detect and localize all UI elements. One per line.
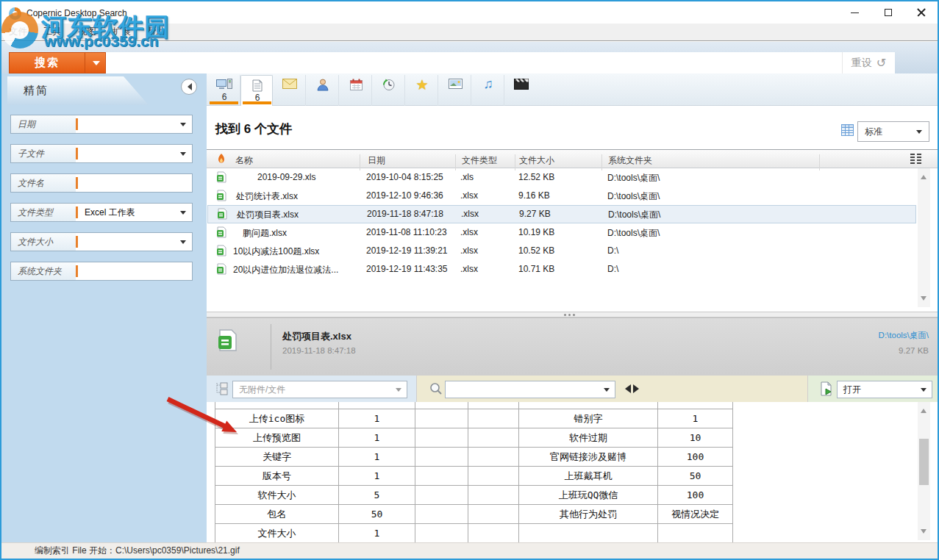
window-title: Copernic Desktop Search [26,8,127,18]
reset-button[interactable]: 重设 ↺ [842,52,895,73]
file-list-scrollbar[interactable] [918,168,930,307]
minimize-button[interactable] [838,1,871,24]
preview-content: 上传ico图标1错别字1 上传预览图1软件过期10 关键字1官网链接涉及赌博10… [207,402,938,542]
search-button[interactable]: 搜索 [9,52,106,73]
tab-videos[interactable] [505,75,538,106]
file-row[interactable]: 2019-09-29.xls2019-10-04 8:15:25 .xls12.… [207,168,938,187]
chevron-down-icon[interactable] [180,152,186,159]
tab-files[interactable]: 6 [208,75,240,106]
preview-scrollbar[interactable] [918,402,930,540]
close-button[interactable] [905,1,938,24]
chevron-down-icon[interactable] [180,211,186,218]
tab-favorites[interactable]: ★ [406,75,438,106]
chevron-down-icon [396,388,401,395]
filter-systemfolder[interactable]: 系统文件夹 [10,262,193,281]
file-row[interactable]: 20以内进位加法退位减法...2019-12-19 11:43:35 .xlsx… [207,260,938,279]
chevron-down-icon [921,388,926,395]
status-text: 编制索引 File 开始：C:\Users\pc0359\Pictures\21… [35,545,240,557]
scroll-down-icon[interactable] [921,296,926,304]
excel-file-icon [217,190,226,204]
tab-documents[interactable]: 6 [240,75,273,106]
file-row[interactable]: 10以内减法100题.xlsx2019-12-19 11:39:21 .xlsx… [207,242,938,260]
menu-help[interactable]: 帮助 [147,26,165,38]
chevron-down-icon [604,388,610,395]
view-mode-dropdown[interactable]: 标准 [857,121,929,142]
file-row[interactable]: 处罚统计表.xlsx2019-12-10 9:46:36 .xlsx9.16 K… [207,187,938,205]
search-input[interactable] [106,52,842,73]
open-file-icon [820,381,833,399]
app-logo-icon [9,7,21,20]
splitter-handle[interactable] [207,312,938,317]
menu-bar: 文件 工具 视图 扩展 帮助 [1,24,938,41]
refine-tab[interactable]: 精简 [7,76,149,105]
sheet-row-clipped-top [215,402,733,409]
preview-file-path-link[interactable]: D:\tools\桌面\ [879,330,929,341]
chevron-down-icon [916,130,922,137]
tab-history[interactable] [373,75,405,106]
tab-email[interactable] [274,75,306,106]
col-folder[interactable]: 系统文件夹 [608,154,652,167]
maximize-icon [885,9,892,16]
results-count-title: 找到 6 个文件 [215,121,292,137]
close-icon [917,8,926,17]
menu-view[interactable]: 视图 [78,26,96,38]
excel-file-icon [217,171,226,185]
collapse-arrow-icon [184,83,192,90]
preview-file-date: 2019-11-18 8:47:18 [282,346,356,355]
col-name[interactable]: 名称 [235,154,253,167]
col-size[interactable]: 文件大小 [519,154,554,167]
file-row-selected[interactable]: 处罚项目表.xlsx2019-11-18 8:47:18 .xlsx9.27 K… [207,205,916,223]
tab-calendar[interactable] [340,75,372,106]
status-bar: 编制索引 File 开始：C:\Users\pc0359\Pictures\21… [1,542,938,559]
menu-tools[interactable]: 工具 [43,26,62,38]
search-dropdown-caret-icon[interactable] [93,61,100,69]
preview-toolbar: 无附件/文件 打开 [207,375,938,402]
search-button-label: 搜索 [10,56,85,70]
sheet-row: 上传ico图标1错别字1 [215,409,733,428]
filter-subfile[interactable]: 子文件 [10,144,193,163]
music-note-icon: ♫ [472,76,504,92]
relevance-flame-icon[interactable] [218,154,225,166]
file-row[interactable]: 鹏问题.xlsx2019-11-08 11:10:23 .xlsx10.19 K… [207,223,938,242]
reset-label: 重设 [851,57,872,70]
scroll-down-icon[interactable] [921,529,926,536]
open-dropdown[interactable]: 打开 [837,381,932,398]
scrollbar-thumb[interactable] [919,439,929,485]
refine-sidebar: 精简 日期 子文件 文件名 文件类型 Excel 工作表 文件大小 系统文件夹 [1,73,207,542]
filter-date[interactable]: 日期 [10,115,193,134]
reset-icon: ↺ [876,56,886,70]
excel-file-icon [217,263,226,277]
category-tabstrip: 6 6 ★ ♫ [207,73,938,106]
sidebar-collapse-button[interactable] [181,79,197,95]
clapperboard-icon [505,79,538,93]
previous-match-button[interactable] [621,384,631,393]
sheet-row: 软件大小5上班玩QQ微信100 [215,486,733,505]
title-bar: Copernic Desktop Search [1,1,938,24]
splitter-dots-icon [568,314,571,316]
scroll-up-icon[interactable] [921,172,926,179]
attachment-filter-dropdown[interactable]: 无附件/文件 [232,381,407,398]
col-type[interactable]: 文件类型 [462,154,497,167]
preview-search-combobox[interactable] [445,381,615,398]
tab-pictures[interactable] [439,75,471,106]
menu-file[interactable]: 文件 [9,26,27,38]
chevron-down-icon[interactable] [180,240,186,247]
maximize-button[interactable] [872,1,904,24]
chevron-down-icon[interactable] [180,123,186,129]
sheet-row: 包名50其他行为处罚视情况决定 [215,505,733,524]
search-toolbar: 搜索 重设 ↺ ← → [1,42,938,73]
filter-filetype[interactable]: 文件类型 Excel 工作表 [10,203,193,222]
filter-filesize[interactable]: 文件大小 [10,232,193,251]
picture-icon [439,79,471,92]
col-date[interactable]: 日期 [368,154,385,167]
tab-music[interactable]: ♫ [472,75,504,106]
menu-extensions[interactable]: 扩展 [113,26,131,38]
attachment-tree-icon [215,382,228,398]
tab-contacts[interactable] [307,75,339,106]
sheet-row: 文件大小1 [215,524,733,543]
scroll-up-icon[interactable] [921,406,926,413]
column-chooser-icon[interactable] [910,154,921,167]
view-grid-icon[interactable] [841,124,854,139]
filter-filename[interactable]: 文件名 [10,173,193,193]
next-match-button[interactable] [633,384,643,393]
